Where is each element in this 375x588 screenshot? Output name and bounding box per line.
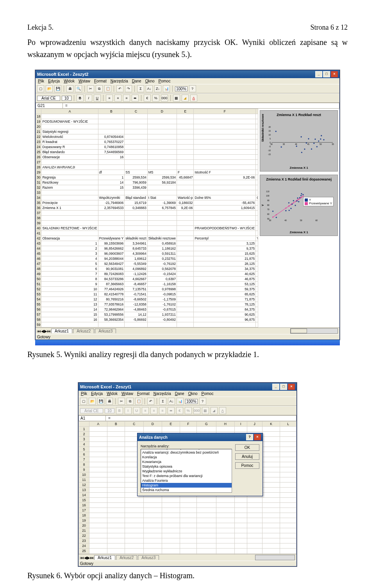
cell[interactable]: Przewidywane Y xyxy=(98,236,125,241)
cell[interactable] xyxy=(197,523,216,528)
cell[interactable] xyxy=(125,518,144,523)
row-header[interactable]: 15 xyxy=(79,498,89,503)
cell[interactable] xyxy=(125,427,144,432)
row-header[interactable]: 19 xyxy=(79,518,89,523)
cell[interactable] xyxy=(143,549,162,554)
cell[interactable] xyxy=(280,513,296,518)
cell[interactable] xyxy=(89,538,107,543)
cell[interactable] xyxy=(107,442,125,447)
save-icon[interactable]: 💾 xyxy=(54,85,61,92)
fx-icon[interactable]: = xyxy=(63,104,70,108)
cell[interactable] xyxy=(125,226,147,231)
cell[interactable]: -0,09815 xyxy=(147,292,177,297)
cell[interactable]: 9,375 xyxy=(194,246,256,251)
cell[interactable]: 59,375 xyxy=(194,287,256,292)
cell[interactable]: -1,76102 xyxy=(147,302,177,307)
cell[interactable] xyxy=(125,139,147,145)
row-header[interactable]: 58 xyxy=(36,317,41,322)
cell[interactable]: 96,85426662 xyxy=(98,246,125,251)
row-header[interactable]: 7 xyxy=(79,457,89,462)
cell[interactable] xyxy=(194,160,256,165)
cell[interactable] xyxy=(143,498,162,503)
percent-icon[interactable]: % xyxy=(152,95,159,102)
cell[interactable] xyxy=(89,477,107,483)
cell[interactable]: Obserwacje xyxy=(41,155,98,160)
cell[interactable] xyxy=(107,432,125,437)
cell[interactable] xyxy=(125,165,147,170)
cell[interactable]: 15,6719 xyxy=(125,200,147,206)
help-icon[interactable]: ? xyxy=(189,85,196,92)
menu-item[interactable]: Narzędzia xyxy=(154,391,171,396)
cell[interactable] xyxy=(280,498,296,503)
menubar[interactable]: PlikEdycjaWidokWstawFormatNarzędziaDaneO… xyxy=(79,391,296,397)
cell[interactable]: PODSUMOWANIE - WYJŚCIE xyxy=(41,119,98,124)
save-icon[interactable]: 💾 xyxy=(97,398,104,405)
cell[interactable] xyxy=(194,114,256,119)
cell[interactable]: 4,309964 xyxy=(125,251,147,256)
cell[interactable] xyxy=(216,533,235,538)
cell[interactable] xyxy=(197,518,216,523)
cell[interactable] xyxy=(280,427,296,432)
menu-item[interactable]: Edycja xyxy=(91,391,103,396)
cell[interactable] xyxy=(262,442,280,447)
font-combo[interactable]: Arial CE xyxy=(37,96,60,101)
cell[interactable] xyxy=(194,139,256,145)
cell[interactable] xyxy=(177,150,194,155)
cell[interactable]: -1,16158 xyxy=(147,282,177,287)
cell[interactable] xyxy=(262,493,280,498)
cell[interactable] xyxy=(107,452,125,457)
cell[interactable]: 82,41540778 xyxy=(98,292,125,297)
row-header[interactable]: 20 xyxy=(36,124,41,129)
list-item[interactable]: Histogram xyxy=(141,483,232,488)
cell[interactable] xyxy=(194,134,256,139)
cell[interactable] xyxy=(162,523,180,528)
row-header[interactable]: 10 xyxy=(79,472,89,477)
paste-icon[interactable]: 📋 xyxy=(135,398,142,405)
cell[interactable] xyxy=(98,124,125,129)
preview-icon[interactable]: 🔍 xyxy=(75,85,82,92)
cell[interactable] xyxy=(98,190,125,195)
cell[interactable] xyxy=(280,528,296,533)
cell[interactable] xyxy=(216,549,235,554)
align-center-icon[interactable]: ≡ xyxy=(114,95,121,102)
row-header[interactable]: 20 xyxy=(79,523,89,528)
cell[interactable]: 28,125 xyxy=(194,261,256,266)
cell[interactable] xyxy=(147,165,177,170)
cell[interactable]: 0,591311 xyxy=(147,251,177,256)
cell[interactable] xyxy=(177,129,194,134)
cell[interactable] xyxy=(107,533,125,538)
col-header[interactable]: A xyxy=(41,109,98,114)
cell[interactable] xyxy=(125,549,144,554)
cell[interactable] xyxy=(280,549,296,554)
cell[interactable]: 21,875 xyxy=(194,256,256,261)
cell[interactable]: -8,66502 xyxy=(125,297,147,302)
col-header[interactable]: K xyxy=(262,422,280,427)
cell[interactable] xyxy=(194,221,256,226)
row-header[interactable]: 38 xyxy=(36,216,41,221)
sheet-tab[interactable]: Arkusz3 xyxy=(138,555,159,560)
cell[interactable] xyxy=(98,231,125,236)
menu-item[interactable]: Pomoc xyxy=(202,391,214,396)
percent-icon[interactable]: % xyxy=(185,407,192,414)
cell[interactable] xyxy=(143,503,162,508)
cell[interactable]: 84,53733286 xyxy=(98,277,125,282)
cell[interactable] xyxy=(125,134,147,139)
cell[interactable] xyxy=(180,503,197,508)
cell[interactable]: 14,12 xyxy=(125,312,147,317)
cell[interactable] xyxy=(98,129,125,134)
cell[interactable] xyxy=(125,523,144,528)
cell[interactable] xyxy=(235,523,247,528)
cell[interactable]: 9,2E-06 xyxy=(177,206,194,211)
cell[interactable]: 2599,534 xyxy=(147,175,177,180)
cell[interactable]: -1,12426 xyxy=(125,272,147,277)
cell[interactable] xyxy=(262,523,280,528)
row-header[interactable]: 8 xyxy=(79,462,89,467)
cell[interactable] xyxy=(280,462,296,467)
row-header[interactable]: 21 xyxy=(36,129,41,134)
cell[interactable] xyxy=(280,518,296,523)
cell[interactable] xyxy=(247,503,262,508)
cell[interactable] xyxy=(177,302,194,307)
cell[interactable] xyxy=(247,528,262,533)
cell[interactable] xyxy=(147,185,177,190)
row-header[interactable]: 50 xyxy=(36,277,41,282)
